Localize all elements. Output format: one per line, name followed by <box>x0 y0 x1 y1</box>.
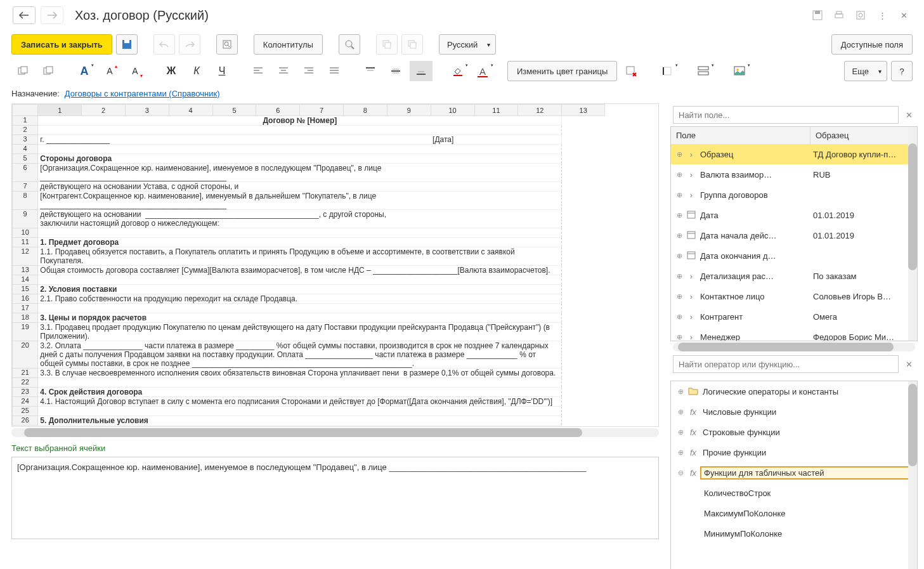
fields-col-field: Поле <box>671 127 810 144</box>
fill-color-button[interactable]: ▾ <box>446 61 469 81</box>
paste-icon-button[interactable] <box>401 34 423 55</box>
svg-point-5 <box>859 13 862 17</box>
border-left-button[interactable]: ▾ <box>656 61 679 81</box>
copy-format-button[interactable] <box>11 61 34 81</box>
valign-top-button[interactable] <box>359 61 382 81</box>
spreadsheet-grid[interactable]: 123456789101112131Договор № [Номер]23г. … <box>11 103 659 427</box>
field-search-clear[interactable]: ✕ <box>902 110 915 120</box>
svg-line-10 <box>228 45 230 47</box>
svg-rect-4 <box>857 11 864 19</box>
svg-rect-6 <box>122 40 131 49</box>
paste-format-button[interactable] <box>37 61 60 81</box>
fields-hscrollbar[interactable] <box>673 343 915 351</box>
svg-rect-8 <box>223 41 231 48</box>
svg-rect-13 <box>383 41 389 46</box>
field-row[interactable]: ⊕Дата01.01.2019 <box>671 205 917 225</box>
func-row[interactable]: ⊕fxЧисловые функции <box>671 402 917 422</box>
func-row[interactable]: ⊖fxФункции для табличных частей <box>671 462 917 483</box>
func-search-input[interactable] <box>673 355 899 373</box>
preview-icon[interactable] <box>853 8 868 23</box>
assign-label: Назначение: <box>11 89 60 98</box>
func-row[interactable]: ⊕fxПрочие функции <box>671 442 917 462</box>
svg-rect-18 <box>21 67 27 73</box>
svg-rect-16 <box>410 43 416 48</box>
font-color2-button[interactable]: A▾ <box>471 61 494 81</box>
page-title: Хоз. договор (Русский) <box>75 8 209 23</box>
field-row[interactable]: ⊕›Детализация рас…По заказам <box>671 266 917 286</box>
func-row[interactable]: ⊕fxСтроковые функции <box>671 422 917 442</box>
bold-button[interactable]: Ж <box>160 61 183 81</box>
find-button[interactable] <box>216 34 238 55</box>
available-fields-button[interactable]: Доступные поля <box>831 34 913 55</box>
field-row[interactable]: ⊕›Группа договоров <box>671 185 917 205</box>
align-right-button[interactable] <box>297 61 320 81</box>
underline-button[interactable]: Ч <box>211 61 233 81</box>
field-row[interactable]: ⊕›МенеджерФедоров Борис Ми… <box>671 327 917 341</box>
font-decrease-button[interactable]: A▾ <box>124 61 146 81</box>
fields-list[interactable]: Поле Образец ⊕›ОбразецТД Договор купли-п… <box>670 126 918 341</box>
svg-rect-0 <box>813 11 822 20</box>
copy-icon-button[interactable] <box>376 34 398 55</box>
close-icon[interactable]: ✕ <box>896 8 911 23</box>
align-left-button[interactable] <box>247 61 270 81</box>
save-button[interactable] <box>116 34 138 55</box>
nav-back-button[interactable] <box>13 6 36 24</box>
func-row[interactable]: ⊕Логические операторы и константы <box>671 381 917 402</box>
align-center-button[interactable] <box>272 61 295 81</box>
save-icon[interactable] <box>810 8 825 23</box>
svg-line-43 <box>633 73 636 76</box>
field-row[interactable]: ⊕Дата начала дейс…01.01.2019 <box>671 225 917 245</box>
clear-border-button[interactable] <box>620 61 642 81</box>
func-child[interactable]: КоличествоСтрок <box>671 483 917 503</box>
svg-rect-19 <box>44 68 50 74</box>
func-child[interactable]: МаксимумПоКолонке <box>671 503 917 523</box>
svg-rect-54 <box>687 252 695 259</box>
language-dropdown[interactable]: Русский <box>439 34 496 55</box>
cell-text-editor[interactable]: [Организация.Сокращенное юр. наименовани… <box>11 457 659 539</box>
field-row[interactable]: ⊕Дата окончания д… <box>671 245 917 266</box>
func-search-clear[interactable]: ✕ <box>902 360 915 369</box>
func-child[interactable]: МинимумПоКолонке <box>671 523 917 544</box>
insert-image-button[interactable]: ▾ <box>728 61 751 81</box>
field-row[interactable]: ⊕›Контактное лицоСоловьев Игорь В… <box>671 286 917 306</box>
border-color-button[interactable]: Изменить цвет границы <box>507 61 617 81</box>
more-dropdown[interactable]: Еще <box>844 61 887 81</box>
more-icon[interactable]: ⋮ <box>875 8 890 23</box>
svg-rect-40 <box>453 75 462 76</box>
field-row[interactable]: ⊕›КонтрагентОмега <box>671 306 917 327</box>
border-style-button[interactable]: ▾ <box>692 61 715 81</box>
field-row[interactable]: ⊕›Валюта взаимор…RUB <box>671 164 917 185</box>
svg-point-9 <box>224 42 228 46</box>
save-close-button[interactable]: Записать и закрыть <box>11 34 112 55</box>
font-increase-button[interactable]: A▴ <box>98 61 121 81</box>
svg-rect-50 <box>687 211 695 218</box>
svg-rect-2 <box>835 14 843 18</box>
svg-rect-17 <box>18 68 25 74</box>
redo-button[interactable] <box>179 34 200 55</box>
print-icon[interactable] <box>831 8 847 23</box>
zoom-button[interactable] <box>339 34 360 55</box>
valign-middle-button[interactable] <box>384 61 407 81</box>
italic-button[interactable]: К <box>185 61 208 81</box>
field-search-input[interactable] <box>673 106 899 124</box>
headers-footers-button[interactable]: Колонтитулы <box>254 34 323 55</box>
svg-rect-48 <box>734 67 745 75</box>
align-justify-button[interactable] <box>323 61 346 81</box>
svg-rect-47 <box>698 72 708 75</box>
svg-rect-46 <box>698 67 708 70</box>
font-color-button[interactable]: A▾ <box>73 61 96 81</box>
field-row[interactable]: ⊕›ОбразецТД Договор купли-п… <box>671 144 917 164</box>
help-button[interactable]: ? <box>891 61 913 81</box>
svg-rect-7 <box>124 40 129 43</box>
svg-rect-52 <box>687 232 695 239</box>
arrow-left-icon <box>19 11 29 19</box>
grid-hscrollbar[interactable] <box>11 428 659 437</box>
assign-link[interactable]: Договоры с контрагентами (Справочник) <box>65 89 220 98</box>
nav-forward-button[interactable] <box>41 6 63 24</box>
svg-rect-14 <box>385 43 391 48</box>
svg-rect-20 <box>46 67 53 73</box>
svg-rect-1 <box>815 11 820 14</box>
functions-list[interactable]: ⊕Логические операторы и константы⊕fxЧисл… <box>670 381 918 569</box>
undo-button[interactable] <box>153 34 175 55</box>
valign-bottom-button[interactable] <box>410 61 433 81</box>
